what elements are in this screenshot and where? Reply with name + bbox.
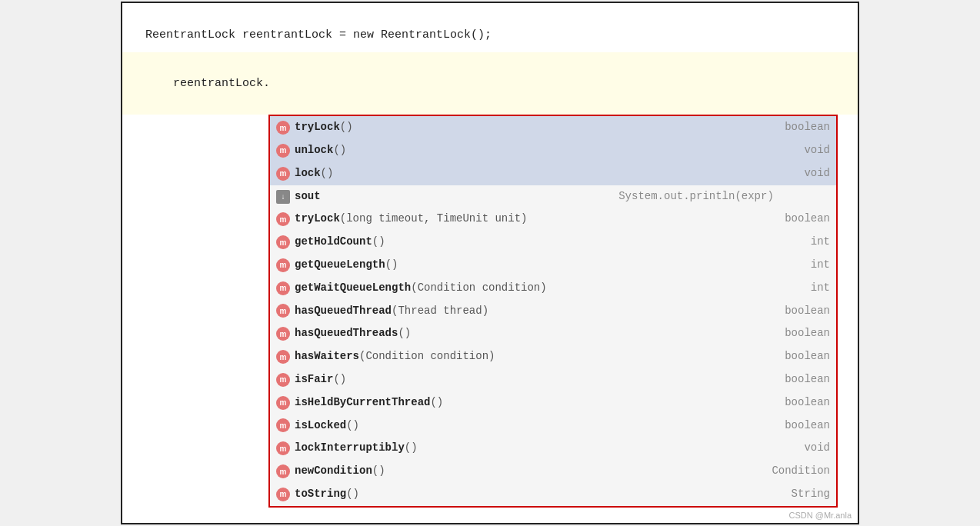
item-name: getQueueLength() (295, 256, 795, 275)
autocomplete-item[interactable]: mtoString()String (270, 483, 836, 506)
autocomplete-item[interactable]: mtryLock(long timeout, TimeUnit unit)boo… (270, 208, 836, 231)
item-name: toString() (295, 485, 776, 504)
item-return-type: int (811, 279, 830, 298)
item-name: tryLock(long timeout, TimeUnit unit) (295, 210, 769, 228)
item-return-type: boolean (785, 210, 830, 228)
autocomplete-item[interactable]: misHeldByCurrentThread()boolean (270, 391, 836, 414)
item-return-type: boolean (785, 348, 830, 366)
autocomplete-item[interactable]: mtryLock()boolean (270, 116, 836, 139)
autocomplete-dropdown[interactable]: mtryLock()booleanmunlock()voidmlock()voi… (268, 115, 838, 508)
autocomplete-item[interactable]: misLocked()boolean (270, 414, 836, 438)
editor-container: ReentrantLock reentrantLock = new Reentr… (121, 2, 859, 524)
autocomplete-item[interactable]: mnewCondition()Condition (270, 460, 836, 483)
method-icon: m (276, 396, 290, 410)
item-name: isLocked() (295, 417, 769, 435)
item-return-type: void (804, 141, 830, 160)
item-name: getHoldCount() (295, 233, 795, 251)
item-return-type: int (811, 256, 830, 275)
method-icon: m (276, 488, 290, 501)
item-return-type: void (804, 165, 830, 183)
item-name: hasQueuedThread(Thread thread) (295, 302, 769, 321)
autocomplete-item[interactable]: mlockInterruptibly()void (270, 437, 836, 460)
code-header: ReentrantLock reentrantLock = new Reentr… (122, 18, 858, 52)
autocomplete-item[interactable]: mhasQueuedThread(Thread thread)boolean (270, 300, 836, 323)
autocomplete-item[interactable]: munlock()void (270, 139, 836, 162)
autocomplete-item[interactable]: misFair()boolean (270, 368, 836, 391)
item-return-type: String (792, 485, 830, 504)
method-icon: m (276, 167, 290, 181)
method-icon: m (276, 327, 290, 341)
autocomplete-item[interactable]: mgetHoldCount()int (270, 231, 836, 254)
item-return-type: boolean (785, 118, 830, 137)
item-return-type: Condition (772, 462, 830, 481)
item-description: System.out.println(expr) (562, 188, 830, 206)
method-icon: m (276, 350, 290, 364)
watermark: CSDN @Mr.anla (789, 511, 852, 520)
item-return-type: boolean (785, 371, 830, 389)
code-line-1: ReentrantLock reentrantLock = new Reentr… (145, 26, 835, 45)
method-icon: m (276, 304, 290, 318)
item-return-type: void (804, 439, 830, 458)
method-icon: m (276, 418, 290, 432)
item-return-type: boolean (785, 394, 830, 412)
item-name: getWaitQueueLength(Condition condition) (295, 279, 795, 298)
code-text-2: reentrantLock. (173, 77, 270, 90)
autocomplete-item[interactable]: mhasWaiters(Condition condition)boolean (270, 345, 836, 368)
code-text-1: ReentrantLock reentrantLock = new Reentr… (145, 26, 492, 45)
autocomplete-item[interactable]: mlock()void (270, 162, 836, 185)
method-icon: m (276, 464, 290, 478)
item-name: sout (295, 188, 562, 206)
item-name: tryLock() (295, 118, 769, 137)
autocomplete-wrapper: mtryLock()booleanmunlock()voidmlock()voi… (145, 115, 835, 508)
item-return-type: int (811, 233, 830, 251)
method-icon: m (276, 441, 290, 455)
item-name: unlock() (295, 141, 788, 160)
autocomplete-item[interactable]: ↓soutSystem.out.println(expr) (270, 185, 836, 208)
autocomplete-item[interactable]: mgetQueueLength()int (270, 254, 836, 277)
item-return-type: boolean (785, 325, 830, 343)
item-return-type: boolean (785, 417, 830, 435)
item-name: newCondition() (295, 462, 756, 481)
item-name: hasWaiters(Condition condition) (295, 348, 769, 366)
method-icon: m (276, 144, 290, 158)
method-icon: m (276, 258, 290, 272)
autocomplete-item[interactable]: mhasQueuedThreads()boolean (270, 322, 836, 345)
code-line-2: reentrantLock. (122, 52, 858, 115)
item-name: lock() (295, 165, 788, 183)
method-icon: m (276, 212, 290, 226)
autocomplete-item[interactable]: mgetWaitQueueLength(Condition condition)… (270, 277, 836, 300)
template-icon: ↓ (276, 190, 290, 204)
method-icon: m (276, 281, 290, 295)
item-return-type: boolean (785, 302, 830, 321)
item-name: hasQueuedThreads() (295, 325, 769, 343)
item-name: isHeldByCurrentThread() (295, 394, 769, 412)
method-icon: m (276, 121, 290, 135)
method-icon: m (276, 373, 290, 387)
item-name: lockInterruptibly() (295, 439, 788, 458)
method-icon: m (276, 235, 290, 249)
item-name: isFair() (295, 371, 769, 389)
